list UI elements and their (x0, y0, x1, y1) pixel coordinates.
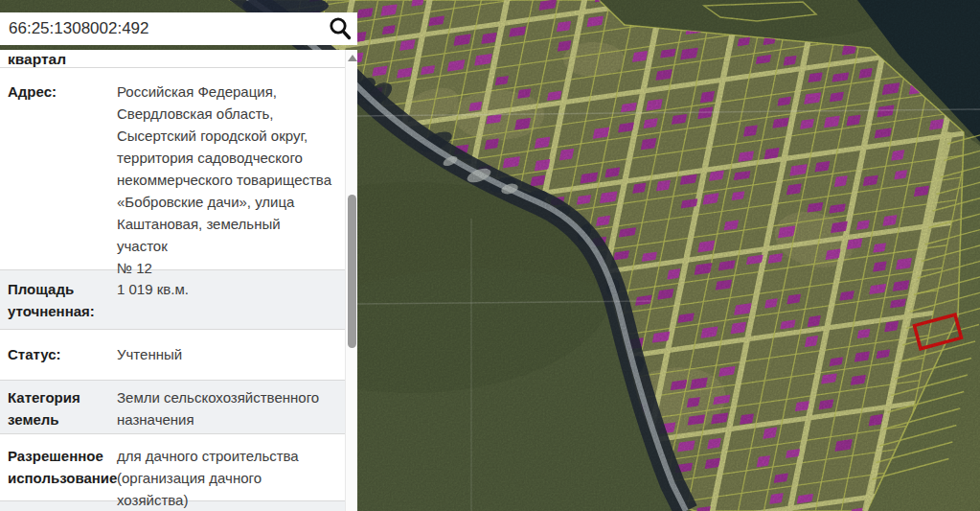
scroll-up-icon[interactable] (348, 55, 357, 61)
search-icon (327, 15, 353, 42)
area-label: Площадь уточненная: (8, 278, 117, 329)
address-label: Адрес: (8, 81, 117, 279)
status-label: Статус: (8, 343, 117, 380)
search-bar (0, 12, 357, 45)
table-row: Адрес: Российская Федерация, Свердловска… (0, 68, 345, 270)
quarter-label: квартал (8, 51, 66, 67)
permitted-use-value: для дачного строительства (организация д… (117, 445, 331, 511)
search-input[interactable] (0, 12, 323, 45)
panel-scrollbar[interactable] (345, 50, 357, 511)
scrollbar-thumb[interactable] (348, 195, 356, 348)
table-row: Площадь уточненная: 1 019 кв.м. (0, 270, 345, 330)
area-value: 1 019 кв.м. (117, 278, 331, 329)
category-label: Категория земель (8, 386, 117, 433)
panel-header-row: квартал (0, 50, 345, 68)
address-value: Российская Федерация, Свердловская облас… (117, 81, 331, 279)
table-row: Разрешенное использование для дачного ст… (0, 434, 345, 501)
table-row: Статус: Учтенный (0, 330, 345, 381)
parcel-info-panel: квартал Адрес: Российская Федерация, Све… (0, 50, 357, 511)
category-value: Земли сельскохозяйственного назначения (117, 386, 331, 433)
permitted-use-label: Разрешенное использование (8, 445, 117, 511)
table-row: Категория земель Земли сельскохозяйствен… (0, 381, 345, 434)
search-button[interactable] (323, 12, 357, 45)
status-value: Учтенный (117, 343, 331, 380)
